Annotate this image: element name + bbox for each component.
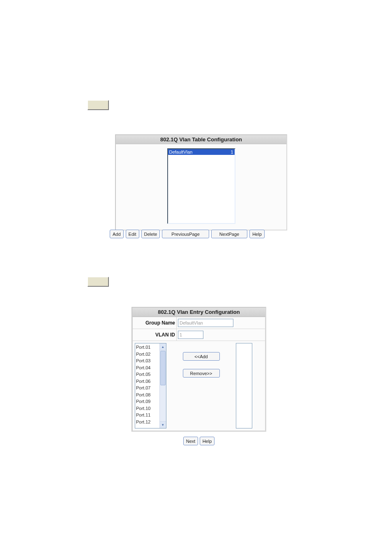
port-option[interactable]: Port.11 [136,412,159,419]
port-option[interactable]: Port.03 [136,357,159,364]
vlan-table-panel: 802.1Q Vlan Table Configuration DefaultV… [115,134,287,230]
add-button[interactable]: Add [110,230,124,238]
group-name-input[interactable] [178,319,233,327]
next-page-button[interactable]: NextPage [211,230,247,238]
vlan-id-label: VLAN ID [133,329,177,341]
edit-button[interactable]: Edit [126,230,139,238]
port-option[interactable]: Port.07 [136,385,159,391]
selected-ports-listbox[interactable] [236,343,252,428]
vlan-id-input[interactable] [178,331,203,339]
port-option[interactable]: Port.02 [136,351,159,358]
vlan-table-listbox[interactable]: DefaultVlan 1 [167,148,235,224]
previous-page-button[interactable]: PreviousPage [162,230,209,238]
ports-scrollbar[interactable]: ▴ ▾ [159,343,166,428]
port-option[interactable]: Port.10 [136,405,159,412]
next-button[interactable]: Next [183,437,198,445]
vlan-table-button-row: Add Edit Delete PreviousPage NextPage He… [110,230,292,238]
remove-port-button[interactable]: Remove>> [183,369,220,378]
help-button[interactable]: Help [249,230,265,238]
port-option[interactable]: Port.01 [136,344,159,351]
vlan-entry-title: 802.1Q Vlan Entry Configuration [132,308,265,317]
port-option[interactable]: Port.08 [136,391,159,398]
vlan-entry-id: 1 [231,150,233,154]
port-option[interactable]: Port.04 [136,364,159,371]
vlan-entry-button-row: Next Help [131,437,266,445]
add-port-button[interactable]: <<Add [183,352,220,361]
vlan-entry-name: DefaultVlan [169,150,193,154]
scroll-thumb[interactable] [160,351,166,385]
group-name-label: Group Name [133,317,177,329]
port-option[interactable]: Port.12 [136,419,159,426]
placeholder-button-1[interactable] [88,100,109,110]
scroll-down-icon[interactable]: ▾ [160,421,166,428]
vlan-table-title: 802.1Q Vlan Table Configuration [116,135,286,144]
delete-button[interactable]: Delete [141,230,160,238]
placeholder-button-2[interactable] [88,277,109,287]
vlan-entry-panel: 802.1Q Vlan Entry Configuration Group Na… [131,307,266,432]
scroll-up-icon[interactable]: ▴ [160,343,166,350]
vlan-table-entry[interactable]: DefaultVlan 1 [168,149,235,155]
port-option[interactable]: Port.06 [136,378,159,385]
entry-help-button[interactable]: Help [200,437,215,445]
port-option[interactable]: Port.05 [136,371,159,378]
port-option[interactable]: Port.09 [136,398,159,405]
available-ports-listbox[interactable]: Port.01Port.02Port.03Port.04Port.05Port.… [135,343,166,428]
